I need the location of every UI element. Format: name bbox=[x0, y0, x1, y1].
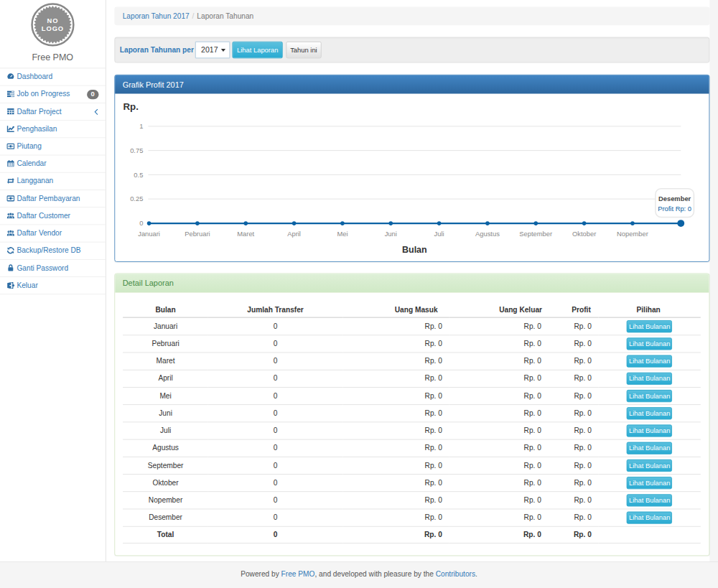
svg-text:0.25: 0.25 bbox=[130, 196, 143, 203]
svg-text:Nopember: Nopember bbox=[617, 230, 648, 238]
svg-text:LOGO: LOGO bbox=[42, 25, 64, 32]
svg-text:Maret: Maret bbox=[237, 230, 254, 238]
svg-text:Juni: Juni bbox=[384, 230, 396, 238]
svg-text:September: September bbox=[519, 230, 552, 238]
svg-text:Rp.: Rp. bbox=[123, 101, 138, 112]
svg-text:NO: NO bbox=[47, 17, 58, 24]
svg-text:April: April bbox=[287, 230, 301, 238]
svg-text:Mei: Mei bbox=[337, 230, 348, 238]
svg-text:Juli: Juli bbox=[434, 230, 444, 238]
svg-text:Pebruari: Pebruari bbox=[185, 230, 210, 238]
svg-text:Profit Rp: 0: Profit Rp: 0 bbox=[658, 205, 691, 213]
svg-text:Agustus: Agustus bbox=[475, 230, 500, 238]
svg-text:Oktober: Oktober bbox=[572, 230, 596, 238]
svg-text:Desember: Desember bbox=[658, 195, 691, 202]
svg-text:0.5: 0.5 bbox=[134, 172, 143, 179]
svg-text:0.75: 0.75 bbox=[130, 147, 143, 154]
svg-text:0: 0 bbox=[139, 220, 143, 227]
svg-text:1: 1 bbox=[139, 123, 143, 130]
svg-text:Bulan: Bulan bbox=[402, 245, 427, 255]
svg-text:Januari: Januari bbox=[138, 230, 160, 238]
